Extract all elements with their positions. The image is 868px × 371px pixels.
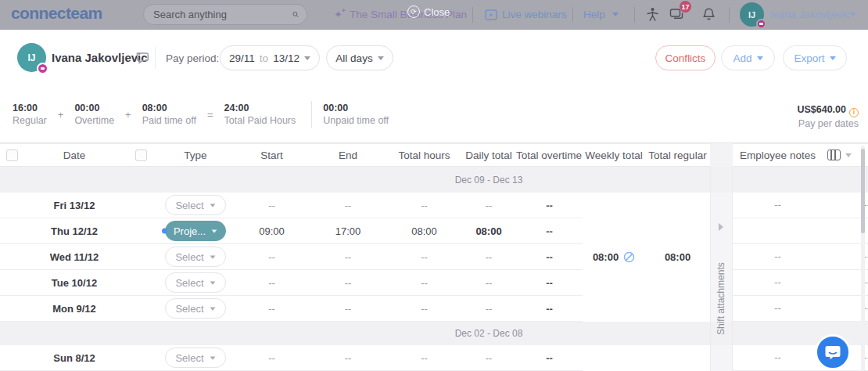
columns-chevron-down-icon[interactable] [845,153,852,157]
support-chat-button[interactable] [815,334,851,370]
type-select-dropdown[interactable]: Select [165,195,226,215]
timesheet-table-header: Date Type Start End Total hours Daily to… [0,143,868,167]
recorder-icon: ⟳ [407,5,420,18]
week-band: Dec 09 - Dec 13 [0,167,710,193]
live-webinars-link[interactable]: Live webinars [502,9,567,20]
type-select-dropdown[interactable]: Select [165,298,226,319]
expand-panel-chevron-right-icon[interactable] [719,223,723,231]
topbar-user-name[interactable]: Ivana Jakovljevic [770,9,850,20]
employee-note-cell[interactable]: -- -- [733,270,868,296]
total-hours-cell: -- [387,251,461,263]
total-overtime-cell: -- [516,225,583,237]
table-row[interactable]: Sun 8/12 Select -- -- -- -- -- [0,345,710,371]
days-filter-dropdown[interactable]: All days [326,45,393,70]
shift-attachments-panel[interactable]: Shift attachments [710,167,733,371]
plus-operator: + [58,109,64,121]
employee-avatar[interactable]: IJ [17,43,46,72]
chat-bubble-icon [824,344,841,360]
week-band: Dec 02 - Dec 08 [0,322,710,345]
week-group-dec02-dec08: Dec 02 - Dec 08 Sun 8/12 Select -- -- --… [0,322,710,371]
search-icon [292,9,299,20]
total-overtime-cell: -- [516,251,583,263]
total-overtime-cell: -- [516,200,583,211]
bell-icon[interactable] [702,7,716,22]
add-chevron-down-icon [757,56,763,60]
pay-info-icon[interactable]: i [849,108,859,117]
column-header-type[interactable]: Type [156,149,235,161]
employee-note-cell[interactable]: -- -- [733,244,868,270]
export-chevron-down-icon [830,56,836,60]
select-chevron-down-icon [210,356,215,359]
conflicts-button[interactable]: Conflicts [655,45,716,70]
end-cell[interactable]: -- [309,352,387,364]
select-all-types-checkbox[interactable] [135,149,147,161]
employee-note-cell[interactable] [733,218,868,244]
connecteam-logo[interactable]: connecteam [11,4,102,23]
total-hours-cell: -- [387,277,461,289]
vertical-scrollbar[interactable] [861,146,865,371]
recorder-close-label[interactable]: Close [424,6,450,18]
pay-period-dropdown[interactable]: 29/11 to 13/12 [220,45,320,70]
start-cell[interactable]: -- [235,251,309,263]
add-button-label: Add [733,52,751,64]
search-input[interactable] [152,8,292,21]
help-chevron-down-icon[interactable] [612,13,619,16]
export-button[interactable]: Export [783,45,847,70]
chat-with-employee-icon[interactable] [135,51,149,64]
end-cell[interactable]: -- [309,303,387,315]
start-cell[interactable]: -- [235,200,309,211]
end-cell[interactable]: 17:00 [309,225,387,237]
column-header-daily-total[interactable]: Daily total [461,149,516,161]
summary-total-paid-hours: 24:00Total Paid Hours [224,102,296,128]
column-header-total-regular[interactable]: Total regular [645,149,710,161]
type-project-dropdown[interactable]: Proje... [165,221,226,241]
end-cell[interactable]: -- [309,251,387,263]
column-header-end[interactable]: End [309,149,387,161]
start-cell[interactable]: -- [235,277,309,289]
daily-total-cell: -- [461,303,516,315]
select-all-checkbox[interactable] [6,149,18,161]
weekly-total-value: 08:00 [593,251,619,263]
topbar-avatar[interactable]: IJ [740,2,764,27]
week-range-label: Dec 02 - Dec 08 [455,328,523,339]
add-button[interactable]: Add [721,45,775,70]
type-select-dropdown[interactable]: Select [165,272,226,293]
week-range-label: Dec 09 - Dec 13 [455,175,523,186]
manage-columns-icon[interactable] [827,149,841,160]
column-header-total-overtime[interactable]: Total overtime [516,149,583,161]
user-menu-chevron-down-icon[interactable] [850,13,856,16]
help-menu[interactable]: Help [583,9,605,20]
start-cell[interactable]: -- [235,352,309,364]
column-header-employee-notes[interactable]: Employee notes [733,149,823,161]
no-limitation-icon[interactable] [623,251,635,263]
type-select-dropdown[interactable]: Select [165,348,226,368]
search-box[interactable] [143,4,307,25]
pay-amount-label: Pay per dates [797,117,859,131]
type-select-dropdown[interactable]: Select [165,247,226,267]
recorder-close-overlay[interactable]: ⟳ Close [407,5,450,18]
end-cell[interactable]: -- [309,277,387,289]
accessibility-icon[interactable] [646,7,659,22]
column-header-start[interactable]: Start [235,149,309,161]
start-cell[interactable]: -- [235,303,309,315]
messages-count-badge: 17 [680,1,691,13]
total-regular-value: 08:00 [645,251,710,263]
topbar-divider [472,7,473,23]
column-header-weekly-total[interactable]: Weekly total [583,149,645,161]
start-cell[interactable]: 09:00 [235,225,309,237]
select-chevron-down-icon [210,307,215,310]
end-cell[interactable]: -- [309,200,387,211]
column-header-date[interactable]: Date [23,149,125,161]
summary-regular: 16:00Regular [13,102,47,128]
summary-divider [311,101,312,128]
employee-name: Ivana Jakovljevic [52,51,148,64]
column-header-total-hours[interactable]: Total hours [387,149,461,161]
pay-summary: US$640.00i Pay per dates [797,103,859,131]
total-overtime-cell: -- [516,352,583,364]
employee-status-badge [37,63,48,74]
employee-note-cell[interactable]: -- -- [733,296,868,322]
conflicts-button-label: Conflicts [665,52,706,64]
shift-attachments-header-spacer [710,143,733,167]
employee-note-cell[interactable]: -- -- [733,193,868,218]
scrollbar-thumb[interactable] [861,149,865,233]
